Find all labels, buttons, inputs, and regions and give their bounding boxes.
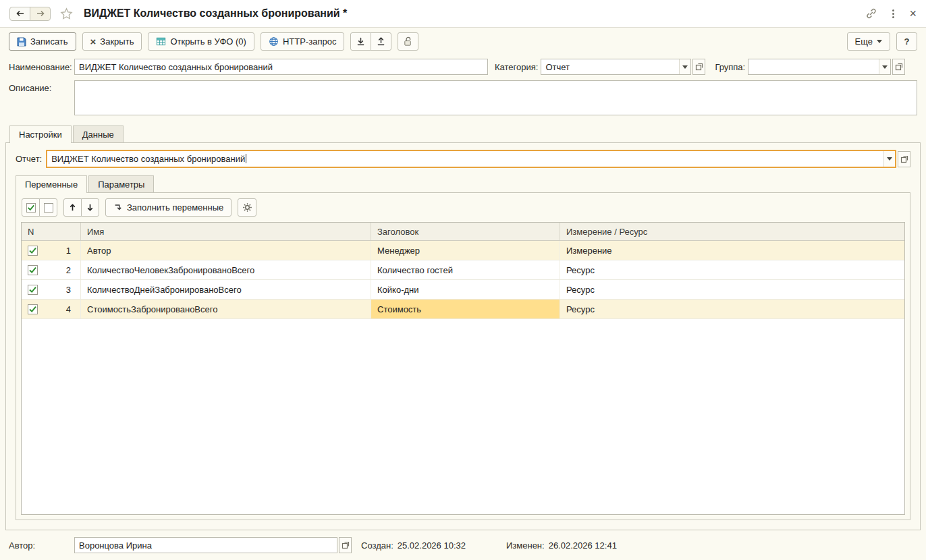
group-combo[interactable] — [748, 59, 891, 75]
uncheck-all-button[interactable] — [39, 198, 57, 217]
upload-icon — [376, 36, 386, 47]
close-button[interactable]: × Закрыть — [82, 32, 142, 51]
lock-button[interactable] — [398, 32, 418, 51]
table-icon — [156, 36, 166, 47]
table-row-current[interactable]: 4 СтоимостьЗабронированоВсего Стоимость … — [22, 300, 904, 319]
http-request-button[interactable]: HTTP-запрос — [261, 32, 344, 51]
help-button[interactable]: ? — [896, 32, 917, 51]
row-checkbox[interactable] — [28, 265, 38, 275]
forward-button[interactable] — [30, 7, 51, 21]
fill-arrow-icon — [113, 203, 123, 213]
report-open-button[interactable] — [898, 151, 910, 167]
row-number: 2 — [66, 265, 71, 275]
cell-title-current[interactable]: Стоимость — [371, 300, 560, 318]
back-button[interactable] — [9, 7, 30, 21]
chevron-down-icon — [877, 40, 882, 43]
app-window: ВИДЖЕТ Количество созданных бронирований… — [0, 0, 926, 560]
row-number: 1 — [66, 246, 71, 256]
open-form-icon — [342, 541, 350, 549]
report-dropdown-icon[interactable] — [883, 151, 895, 167]
subtab-variables[interactable]: Переменные — [16, 175, 87, 193]
grid-settings-button[interactable] — [238, 198, 256, 217]
name-label: Наименование: — [9, 62, 74, 72]
subtab-parameters[interactable]: Параметры — [88, 175, 154, 192]
open-form-icon — [900, 155, 908, 163]
cell-dim[interactable]: Ресурс — [560, 300, 904, 318]
table-row[interactable]: 3 КоличествоДнейЗабронированоВсего Койко… — [22, 280, 904, 300]
report-combo[interactable]: ВИДЖЕТ Количество созданных бронирований — [46, 150, 896, 168]
arrow-left-icon — [16, 9, 25, 18]
more-actions-label: Еще — [855, 36, 873, 47]
column-header-name[interactable]: Имя — [81, 223, 371, 240]
move-up-button[interactable] — [63, 198, 82, 217]
cell-dim[interactable]: Ресурс — [560, 280, 904, 299]
variables-table: N Имя Заголовок Измерение / Ресурс 1 Авт… — [21, 222, 905, 515]
gear-icon — [242, 202, 252, 213]
table-row[interactable]: 2 КоличествоЧеловекЗабронированоВсего Ко… — [22, 260, 904, 280]
main-tabs: Настройки Данные — [0, 125, 926, 142]
row-checkbox[interactable] — [28, 285, 38, 295]
tab-data[interactable]: Данные — [73, 125, 124, 142]
upload-button[interactable] — [371, 32, 391, 51]
category-open-button[interactable] — [692, 59, 705, 75]
category-combo[interactable]: Отчет — [541, 59, 691, 75]
group-open-button[interactable] — [892, 59, 905, 75]
link-icon[interactable] — [865, 7, 877, 20]
more-actions-button[interactable]: Еще — [847, 32, 890, 51]
category-dropdown-icon[interactable] — [679, 59, 690, 74]
save-button[interactable]: Записать — [9, 32, 76, 51]
name-input[interactable] — [74, 59, 488, 75]
column-header-title[interactable]: Заголовок — [371, 223, 560, 240]
cell-title[interactable]: Койко-дни — [371, 280, 560, 299]
move-down-button[interactable] — [81, 198, 99, 217]
cell-n: 1 — [22, 241, 81, 260]
cell-name[interactable]: КоличествоДнейЗабронированоВсего — [81, 280, 371, 299]
download-button[interactable] — [350, 32, 371, 51]
report-label: Отчет: — [16, 154, 42, 164]
fill-variables-button[interactable]: Заполнить переменные — [105, 198, 232, 217]
footer: Автор: Создан: 25.02.2026 10:32 Изменен:… — [0, 530, 926, 560]
table-empty-area[interactable] — [22, 319, 904, 514]
cell-title[interactable]: Менеджер — [371, 241, 560, 260]
checked-box-icon — [26, 203, 36, 213]
description-input[interactable] — [74, 80, 917, 115]
row-checkbox[interactable] — [28, 304, 38, 314]
tab-settings-label: Настройки — [19, 130, 62, 140]
modified-label: Изменен: — [506, 540, 545, 551]
open-ufo-button[interactable]: Открыть в УФО (0) — [148, 32, 254, 51]
page-title: ВИДЖЕТ Количество созданных бронирований… — [84, 7, 347, 20]
author-input[interactable] — [74, 537, 337, 553]
close-button-label: Закрыть — [100, 36, 134, 47]
header-fields-row: Наименование: Категория: Отчет Группа: — [0, 55, 926, 77]
author-open-button[interactable] — [339, 537, 352, 553]
cell-name[interactable]: СтоимостьЗабронированоВсего — [81, 300, 371, 318]
group-dropdown-icon[interactable] — [879, 59, 890, 74]
modified-value: 26.02.2026 12:41 — [549, 540, 617, 551]
close-window-icon[interactable]: × — [909, 7, 917, 20]
created-label: Создан: — [361, 540, 393, 551]
column-header-n[interactable]: N — [22, 223, 81, 240]
category-value: Отчет — [541, 62, 679, 72]
more-menu-icon[interactable] — [890, 8, 897, 20]
category-label: Категория: — [495, 62, 538, 72]
cell-title[interactable]: Количество гостей — [371, 260, 560, 279]
description-row: Описание: — [0, 77, 926, 118]
cell-n: 3 — [22, 280, 81, 299]
favorite-star-icon[interactable] — [60, 7, 73, 20]
close-icon: × — [90, 36, 97, 47]
cell-name[interactable]: КоличествоЧеловекЗабронированоВсего — [81, 260, 371, 279]
check-group — [22, 198, 57, 217]
tab-settings[interactable]: Настройки — [9, 125, 72, 143]
column-header-dim[interactable]: Измерение / Ресурс — [560, 223, 904, 240]
cell-dim[interactable]: Измерение — [560, 241, 904, 260]
row-checkbox[interactable] — [28, 246, 38, 256]
description-label: Описание: — [9, 80, 74, 93]
arrow-down-icon — [86, 203, 94, 212]
report-value: ВИДЖЕТ Количество созданных бронирований — [47, 154, 883, 164]
titlebar-actions: × — [865, 7, 917, 20]
cell-dim[interactable]: Ресурс — [560, 260, 904, 279]
cell-name[interactable]: Автор — [81, 241, 371, 260]
table-row[interactable]: 1 Автор Менеджер Измерение — [22, 241, 904, 260]
save-button-label: Записать — [30, 36, 68, 47]
check-all-button[interactable] — [22, 198, 40, 217]
